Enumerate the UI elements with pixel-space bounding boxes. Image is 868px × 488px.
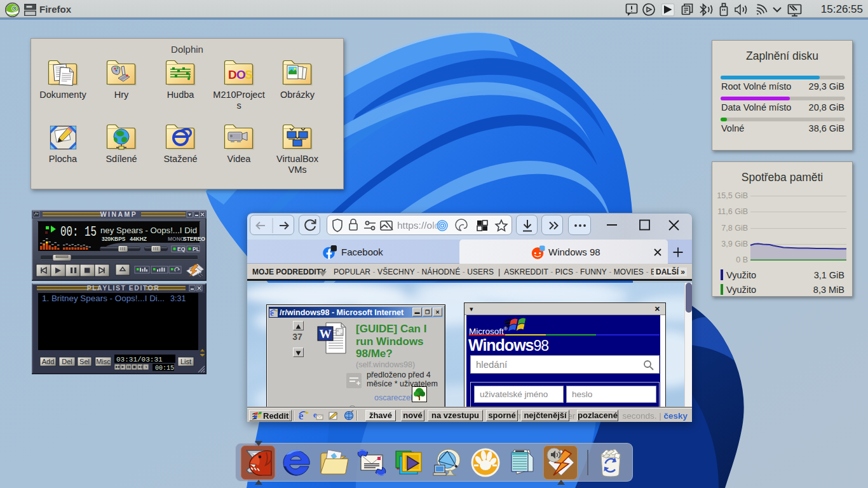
svg-text:MONO: MONO [168, 236, 185, 242]
svg-text:00:15: 00:15 [155, 365, 174, 372]
svg-text:3,9 GiB: 3,9 GiB [721, 240, 748, 248]
svg-text:EQ: EQ [177, 246, 186, 252]
svg-text:ney Spears - Oops!...I Did: ney Spears - Oops!...I Did [100, 226, 197, 235]
svg-text:Add: Add [42, 358, 55, 365]
svg-text:3:31: 3:31 [170, 294, 186, 303]
svg-text:Sel: Sel [79, 358, 90, 365]
svg-text:List: List [180, 358, 191, 365]
svg-text:7,8 GiB: 7,8 GiB [721, 224, 748, 233]
svg-text:15,5 GiB: 15,5 GiB [717, 191, 748, 200]
svg-text:320KBPS 44KHZ: 320KBPS 44KHZ [102, 236, 147, 242]
svg-text:0 B: 0 B [736, 255, 748, 264]
svg-text:STEREO: STEREO [183, 236, 205, 242]
svg-text:D: D [228, 68, 237, 81]
svg-text:W: W [320, 327, 332, 341]
svg-text:Del: Del [62, 358, 72, 365]
svg-text:03:31/03:31: 03:31/03:31 [116, 356, 163, 363]
svg-text:00: 15: 00: 15 [60, 224, 97, 240]
svg-text:PLAYLIST EDITOR: PLAYLIST EDITOR [87, 284, 160, 292]
svg-text:PL: PL [193, 246, 200, 252]
svg-text:1. Britney Spears - Oops!...I: 1. Britney Spears - Oops!...I Di... [42, 294, 165, 303]
svg-text:WINAMP: WINAMP [100, 210, 138, 218]
svg-text:Misc: Misc [96, 358, 111, 365]
svg-text:S: S [245, 68, 253, 81]
svg-text:11,6 GiB: 11,6 GiB [717, 207, 748, 216]
